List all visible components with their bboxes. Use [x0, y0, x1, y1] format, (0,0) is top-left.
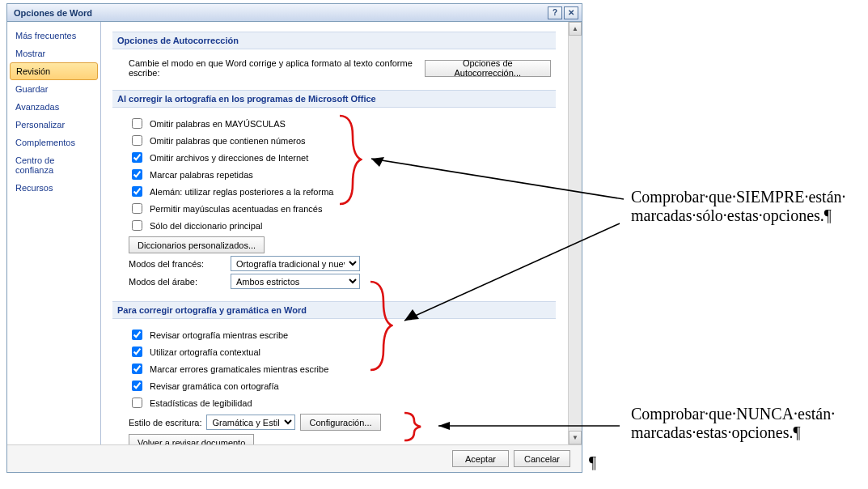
trailing-pilcrow: ¶ [589, 453, 596, 472]
button-bar: Aceptar Cancelar [7, 444, 582, 472]
sidebar-item-revision[interactable]: Revisión [10, 62, 98, 80]
chk-contextual-box[interactable] [132, 347, 142, 357]
sidebar-item-frecuentes[interactable]: Más frecuentes [7, 27, 100, 45]
sidebar-item-recursos[interactable]: Recursos [7, 179, 100, 197]
close-button[interactable]: ✕ [564, 6, 578, 19]
titlebar-text: Opciones de Word [11, 8, 546, 18]
chk-grammar-as-type-box[interactable] [132, 364, 142, 374]
chk-french-caps-box[interactable] [132, 203, 142, 214]
chk-german-rules[interactable]: Alemán: utilizar reglas posteriores a la… [129, 184, 551, 199]
sidebar: Más frecuentes Mostrar Revisión Guardar … [7, 22, 101, 444]
scroll-up-button[interactable]: ▲ [569, 22, 582, 36]
chk-omit-uppercase-box[interactable] [132, 118, 142, 129]
chk-main-dict-only-box[interactable] [132, 220, 142, 231]
vertical-scrollbar[interactable]: ▲ ▼ [568, 22, 582, 444]
chk-omit-uppercase[interactable]: Omitir palabras en MAYÚSCULAS [129, 116, 551, 131]
chk-omit-urls-box[interactable] [132, 152, 142, 163]
autocorrect-options-button[interactable]: Opciones de Autocorrección... [425, 60, 551, 77]
chk-grammar-with-spell-box[interactable] [132, 381, 142, 391]
chk-german-rules-box[interactable] [132, 186, 142, 197]
dialog-body: Más frecuentes Mostrar Revisión Guardar … [7, 22, 582, 444]
section-spelling-office-header: Al corregir la ortografía en los program… [112, 90, 556, 108]
help-button[interactable]: ? [548, 6, 562, 19]
sidebar-item-mostrar[interactable]: Mostrar [7, 45, 100, 62]
chk-repeated-words-box[interactable] [132, 169, 142, 180]
chk-main-dict-only[interactable]: Sólo del diccionario principal [129, 218, 551, 233]
ok-button[interactable]: Aceptar [452, 450, 509, 467]
titlebar: Opciones de Word ? ✕ [7, 4, 582, 22]
chk-readability-box[interactable] [132, 398, 142, 408]
section-autocorrect-header: Opciones de Autocorrección [112, 32, 556, 49]
chk-repeated-words[interactable]: Marcar palabras repetidas [129, 167, 551, 182]
chk-omit-numbers-box[interactable] [132, 135, 142, 146]
chk-grammar-as-type[interactable]: Marcar errores gramaticales mientras esc… [129, 361, 551, 376]
recheck-button[interactable]: Volver a revisar documento [129, 434, 254, 444]
sidebar-item-personalizar[interactable]: Personalizar [7, 116, 100, 134]
chk-french-caps[interactable]: Permitir mayúsculas acentuadas en francé… [129, 201, 551, 216]
options-dialog: Opciones de Word ? ✕ Más frecuentes Most… [6, 3, 582, 473]
scroll-down-button[interactable]: ▼ [569, 431, 582, 444]
section-spelling-word-header: Para corregir ortografía y gramática en … [112, 301, 556, 319]
annotation-top: Comprobar·que·SIEMPRE·están· marcadas·só… [631, 188, 846, 225]
writing-style-select[interactable]: Gramática y Estilo [206, 415, 295, 430]
config-button[interactable]: Configuración... [300, 414, 380, 431]
sidebar-item-complementos[interactable]: Complementos [7, 134, 100, 151]
sidebar-item-avanzadas[interactable]: Avanzadas [7, 98, 100, 116]
sidebar-item-guardar[interactable]: Guardar [7, 80, 100, 98]
chk-contextual[interactable]: Utilizar ortografía contextual [129, 344, 551, 359]
french-modes-select[interactable]: Ortografía tradicional y nueva [231, 256, 360, 271]
content-wrap: Opciones de Autocorrección Cambie el mod… [101, 22, 582, 444]
arabic-modes-label: Modos del árabe: [129, 277, 226, 287]
french-modes-label: Modos del francés: [129, 259, 226, 269]
autocorrect-options-label: Opciones de Autocorrección... [434, 58, 542, 78]
custom-dictionaries-button[interactable]: Diccionarios personalizados... [129, 236, 265, 253]
scroll-track[interactable] [569, 36, 582, 431]
sidebar-item-confianza[interactable]: Centro de confianza [7, 151, 100, 179]
chk-readability[interactable]: Estadísticas de legibilidad [129, 395, 551, 410]
content: Opciones de Autocorrección Cambie el mod… [101, 22, 567, 444]
chk-grammar-with-spell[interactable]: Revisar gramática con ortografía [129, 378, 551, 393]
annotation-bottom: Comprobar·que·NUNCA·están· marcadas·esta… [631, 405, 835, 442]
arabic-modes-select[interactable]: Ambos estrictos [231, 274, 360, 289]
autocorrect-desc: Cambie el modo en que Word corrige y apl… [129, 58, 420, 78]
chk-check-as-type-box[interactable] [132, 330, 142, 340]
chk-omit-urls[interactable]: Omitir archivos y direcciones de Interne… [129, 150, 551, 165]
chk-check-as-type[interactable]: Revisar ortografía mientras escribe [129, 327, 551, 342]
cancel-button[interactable]: Cancelar [514, 450, 570, 467]
writing-style-label: Estilo de escritura: [129, 418, 201, 427]
chk-omit-numbers[interactable]: Omitir palabras que contienen números [129, 133, 551, 148]
